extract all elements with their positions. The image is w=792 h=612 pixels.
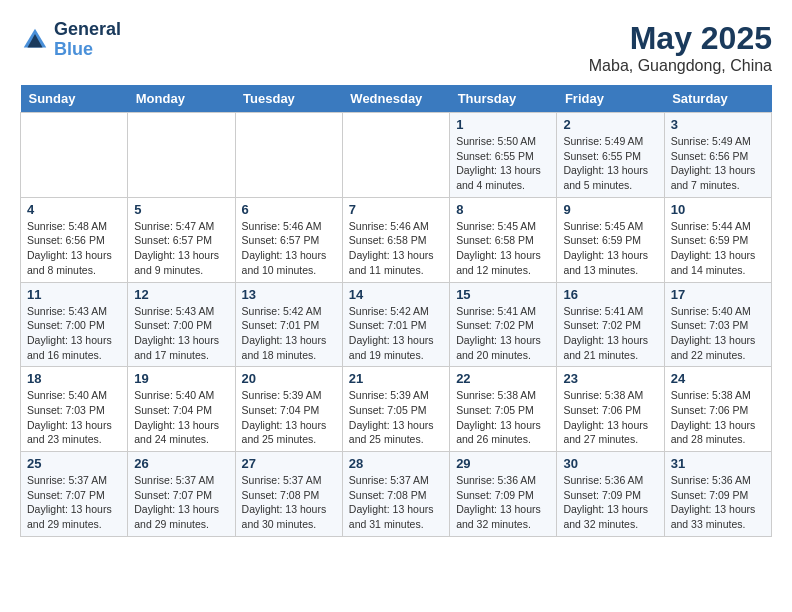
day-info: Sunrise: 5:37 AMSunset: 7:07 PMDaylight:… (27, 473, 121, 532)
day-number: 15 (456, 287, 550, 302)
day-number: 7 (349, 202, 443, 217)
calendar-cell: 11Sunrise: 5:43 AMSunset: 7:00 PMDayligh… (21, 282, 128, 367)
day-of-week-header: Saturday (664, 85, 771, 113)
day-info: Sunrise: 5:38 AMSunset: 7:06 PMDaylight:… (671, 388, 765, 447)
day-number: 24 (671, 371, 765, 386)
day-info: Sunrise: 5:37 AMSunset: 7:07 PMDaylight:… (134, 473, 228, 532)
calendar-cell (128, 113, 235, 198)
day-info: Sunrise: 5:49 AMSunset: 6:56 PMDaylight:… (671, 134, 765, 193)
day-info: Sunrise: 5:49 AMSunset: 6:55 PMDaylight:… (563, 134, 657, 193)
day-info: Sunrise: 5:39 AMSunset: 7:04 PMDaylight:… (242, 388, 336, 447)
day-of-week-header: Tuesday (235, 85, 342, 113)
day-number: 20 (242, 371, 336, 386)
day-number: 4 (27, 202, 121, 217)
day-number: 14 (349, 287, 443, 302)
calendar-cell: 29Sunrise: 5:36 AMSunset: 7:09 PMDayligh… (450, 452, 557, 537)
calendar-cell: 30Sunrise: 5:36 AMSunset: 7:09 PMDayligh… (557, 452, 664, 537)
day-of-week-header: Wednesday (342, 85, 449, 113)
month-year: May 2025 (589, 20, 772, 57)
calendar-cell: 27Sunrise: 5:37 AMSunset: 7:08 PMDayligh… (235, 452, 342, 537)
calendar-cell: 31Sunrise: 5:36 AMSunset: 7:09 PMDayligh… (664, 452, 771, 537)
day-number: 11 (27, 287, 121, 302)
calendar-cell: 17Sunrise: 5:40 AMSunset: 7:03 PMDayligh… (664, 282, 771, 367)
day-info: Sunrise: 5:43 AMSunset: 7:00 PMDaylight:… (27, 304, 121, 363)
calendar-cell: 10Sunrise: 5:44 AMSunset: 6:59 PMDayligh… (664, 197, 771, 282)
page-header: General Blue May 2025 Maba, Guangdong, C… (20, 20, 772, 75)
day-number: 8 (456, 202, 550, 217)
calendar-cell: 13Sunrise: 5:42 AMSunset: 7:01 PMDayligh… (235, 282, 342, 367)
day-info: Sunrise: 5:43 AMSunset: 7:00 PMDaylight:… (134, 304, 228, 363)
calendar-cell: 20Sunrise: 5:39 AMSunset: 7:04 PMDayligh… (235, 367, 342, 452)
day-number: 30 (563, 456, 657, 471)
calendar-cell: 25Sunrise: 5:37 AMSunset: 7:07 PMDayligh… (21, 452, 128, 537)
day-of-week-header: Sunday (21, 85, 128, 113)
day-number: 27 (242, 456, 336, 471)
calendar-cell: 2Sunrise: 5:49 AMSunset: 6:55 PMDaylight… (557, 113, 664, 198)
day-number: 25 (27, 456, 121, 471)
calendar-cell: 4Sunrise: 5:48 AMSunset: 6:56 PMDaylight… (21, 197, 128, 282)
calendar-cell: 5Sunrise: 5:47 AMSunset: 6:57 PMDaylight… (128, 197, 235, 282)
calendar-cell: 9Sunrise: 5:45 AMSunset: 6:59 PMDaylight… (557, 197, 664, 282)
day-info: Sunrise: 5:44 AMSunset: 6:59 PMDaylight:… (671, 219, 765, 278)
day-number: 22 (456, 371, 550, 386)
calendar-week-row: 25Sunrise: 5:37 AMSunset: 7:07 PMDayligh… (21, 452, 772, 537)
day-info: Sunrise: 5:45 AMSunset: 6:58 PMDaylight:… (456, 219, 550, 278)
day-of-week-header: Thursday (450, 85, 557, 113)
day-info: Sunrise: 5:36 AMSunset: 7:09 PMDaylight:… (671, 473, 765, 532)
calendar-cell: 8Sunrise: 5:45 AMSunset: 6:58 PMDaylight… (450, 197, 557, 282)
day-info: Sunrise: 5:41 AMSunset: 7:02 PMDaylight:… (563, 304, 657, 363)
day-info: Sunrise: 5:40 AMSunset: 7:03 PMDaylight:… (27, 388, 121, 447)
day-info: Sunrise: 5:38 AMSunset: 7:06 PMDaylight:… (563, 388, 657, 447)
day-number: 2 (563, 117, 657, 132)
day-number: 5 (134, 202, 228, 217)
calendar-table: SundayMondayTuesdayWednesdayThursdayFrid… (20, 85, 772, 537)
calendar-week-row: 4Sunrise: 5:48 AMSunset: 6:56 PMDaylight… (21, 197, 772, 282)
day-info: Sunrise: 5:40 AMSunset: 7:03 PMDaylight:… (671, 304, 765, 363)
day-info: Sunrise: 5:38 AMSunset: 7:05 PMDaylight:… (456, 388, 550, 447)
calendar-cell: 16Sunrise: 5:41 AMSunset: 7:02 PMDayligh… (557, 282, 664, 367)
calendar-week-row: 11Sunrise: 5:43 AMSunset: 7:00 PMDayligh… (21, 282, 772, 367)
day-of-week-header: Friday (557, 85, 664, 113)
day-number: 1 (456, 117, 550, 132)
day-number: 17 (671, 287, 765, 302)
calendar-cell: 21Sunrise: 5:39 AMSunset: 7:05 PMDayligh… (342, 367, 449, 452)
calendar-week-row: 18Sunrise: 5:40 AMSunset: 7:03 PMDayligh… (21, 367, 772, 452)
day-info: Sunrise: 5:47 AMSunset: 6:57 PMDaylight:… (134, 219, 228, 278)
day-info: Sunrise: 5:41 AMSunset: 7:02 PMDaylight:… (456, 304, 550, 363)
calendar-cell: 7Sunrise: 5:46 AMSunset: 6:58 PMDaylight… (342, 197, 449, 282)
logo: General Blue (20, 20, 121, 60)
day-number: 6 (242, 202, 336, 217)
day-info: Sunrise: 5:37 AMSunset: 7:08 PMDaylight:… (349, 473, 443, 532)
day-number: 31 (671, 456, 765, 471)
day-info: Sunrise: 5:39 AMSunset: 7:05 PMDaylight:… (349, 388, 443, 447)
day-info: Sunrise: 5:50 AMSunset: 6:55 PMDaylight:… (456, 134, 550, 193)
day-number: 29 (456, 456, 550, 471)
calendar-cell: 19Sunrise: 5:40 AMSunset: 7:04 PMDayligh… (128, 367, 235, 452)
day-number: 28 (349, 456, 443, 471)
day-info: Sunrise: 5:40 AMSunset: 7:04 PMDaylight:… (134, 388, 228, 447)
day-info: Sunrise: 5:36 AMSunset: 7:09 PMDaylight:… (456, 473, 550, 532)
title-block: May 2025 Maba, Guangdong, China (589, 20, 772, 75)
calendar-cell: 18Sunrise: 5:40 AMSunset: 7:03 PMDayligh… (21, 367, 128, 452)
day-number: 16 (563, 287, 657, 302)
days-header-row: SundayMondayTuesdayWednesdayThursdayFrid… (21, 85, 772, 113)
calendar-cell (21, 113, 128, 198)
day-number: 12 (134, 287, 228, 302)
day-number: 23 (563, 371, 657, 386)
calendar-week-row: 1Sunrise: 5:50 AMSunset: 6:55 PMDaylight… (21, 113, 772, 198)
calendar-cell: 12Sunrise: 5:43 AMSunset: 7:00 PMDayligh… (128, 282, 235, 367)
calendar-cell: 24Sunrise: 5:38 AMSunset: 7:06 PMDayligh… (664, 367, 771, 452)
calendar-cell: 15Sunrise: 5:41 AMSunset: 7:02 PMDayligh… (450, 282, 557, 367)
calendar-cell: 22Sunrise: 5:38 AMSunset: 7:05 PMDayligh… (450, 367, 557, 452)
day-info: Sunrise: 5:36 AMSunset: 7:09 PMDaylight:… (563, 473, 657, 532)
day-info: Sunrise: 5:45 AMSunset: 6:59 PMDaylight:… (563, 219, 657, 278)
day-number: 9 (563, 202, 657, 217)
calendar-cell (235, 113, 342, 198)
calendar-cell: 1Sunrise: 5:50 AMSunset: 6:55 PMDaylight… (450, 113, 557, 198)
day-number: 21 (349, 371, 443, 386)
day-number: 3 (671, 117, 765, 132)
day-info: Sunrise: 5:48 AMSunset: 6:56 PMDaylight:… (27, 219, 121, 278)
logo-line2: Blue (54, 40, 121, 60)
calendar-cell (342, 113, 449, 198)
day-number: 18 (27, 371, 121, 386)
